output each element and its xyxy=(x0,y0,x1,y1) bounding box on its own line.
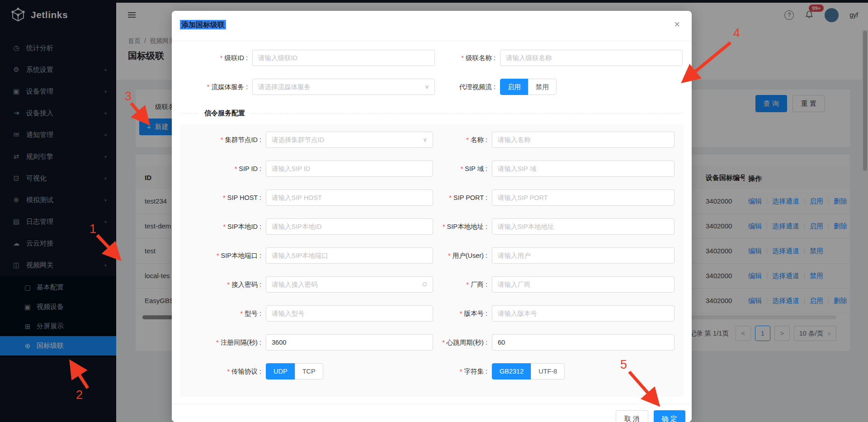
form-row: 级联ID请输入级联ID级联名称请输入级联名称 xyxy=(180,50,684,66)
field-placeholder: 请输入级联ID xyxy=(258,54,297,62)
field-placeholder: 请输入版本号 xyxy=(498,310,537,317)
input-field[interactable]: 请输入SIP本地ID xyxy=(266,218,433,235)
field-label: 代理视频流 xyxy=(439,79,495,95)
field-label: SIP PORT xyxy=(438,190,487,206)
form-row: 接入密码请输入接入密码∅厂商请输入厂商 xyxy=(180,276,684,293)
field-placeholder: 请选择集群节点ID xyxy=(272,136,324,143)
field-label: 流媒体服务 xyxy=(180,79,248,95)
cancel-button[interactable]: 取 消 xyxy=(616,410,648,422)
input-field[interactable]: 请输入接入密码∅ xyxy=(266,276,433,293)
field-placeholder: 请输入型号 xyxy=(272,310,305,317)
radio-option[interactable]: UTF-8 xyxy=(531,363,565,379)
radio-group[interactable]: GB2312UTF-8 xyxy=(492,363,675,379)
field-label: SIP本地ID xyxy=(180,218,261,235)
field-label: 字符集 xyxy=(438,363,487,379)
form-row: SIP本地端口请输入SIP本地端口用户(User)请输入用户 xyxy=(180,247,684,264)
input-field[interactable]: 请输入用户 xyxy=(492,247,675,264)
chevron-down-icon: ∨ xyxy=(423,132,427,147)
radio-option[interactable]: GB2312 xyxy=(492,363,531,379)
field-label: 用户(User) xyxy=(438,247,487,264)
select-field[interactable]: 请选择流媒体服务∨ xyxy=(252,79,435,95)
field-label: 名称 xyxy=(438,132,487,148)
field-label: 型号 xyxy=(180,305,261,322)
modal-header: 添加国标级联 × xyxy=(172,11,692,41)
field-value: 60 xyxy=(498,339,505,346)
field-label: SIP HOST xyxy=(180,190,261,206)
input-field[interactable]: 60 xyxy=(492,334,675,351)
modal-footer: 取 消 确 定 xyxy=(172,404,692,422)
input-field[interactable]: 请输入SIP HOST xyxy=(266,190,433,206)
field-label: SIP本地端口 xyxy=(180,247,261,264)
radio-option[interactable]: 禁用 xyxy=(528,79,557,95)
input-field[interactable]: 请输入SIP ID xyxy=(266,161,433,177)
field-placeholder: 请输入用户 xyxy=(498,252,531,259)
modal-title: 添加国标级联 xyxy=(180,20,226,30)
radio-group[interactable]: UDPTCP xyxy=(266,363,433,379)
field-label: 级联ID xyxy=(180,50,248,66)
field-placeholder: 请选择流媒体服务 xyxy=(258,83,311,90)
field-label: 注册间隔(秒) xyxy=(180,334,261,351)
field-label: 心跳周期(秒) xyxy=(438,334,487,351)
eye-invisible-icon[interactable]: ∅ xyxy=(422,277,427,292)
form-row: SIP ID请输入SIP IDSIP 域请输入SIP 域 xyxy=(180,161,684,177)
input-field[interactable]: 请输入版本号 xyxy=(492,305,675,322)
field-label: 集群节点ID xyxy=(180,132,261,148)
field-placeholder: 请输入名称 xyxy=(498,136,531,143)
input-field[interactable]: 请输入SIP PORT xyxy=(492,190,675,206)
form-row: SIP HOST请输入SIP HOSTSIP PORT请输入SIP PORT xyxy=(180,190,684,206)
field-placeholder: 请输入SIP PORT xyxy=(498,194,548,201)
form-row: 集群节点ID请选择集群节点ID∨名称请输入名称 xyxy=(180,132,684,148)
signaling-config-panel: 集群节点ID请选择集群节点ID∨名称请输入名称SIP ID请输入SIP IDSI… xyxy=(180,124,684,397)
select-field[interactable]: 请选择集群节点ID∨ xyxy=(266,132,433,148)
radio-option[interactable]: UDP xyxy=(266,363,295,379)
field-placeholder: 请输入SIP HOST xyxy=(272,194,322,201)
input-field[interactable]: 请输入级联ID xyxy=(252,50,435,66)
field-placeholder: 请输入SIP ID xyxy=(272,165,310,172)
input-field[interactable]: 3600 xyxy=(266,334,433,351)
field-label: 接入密码 xyxy=(180,276,261,293)
input-field[interactable]: 请输入名称 xyxy=(492,132,675,148)
field-placeholder: 请输入SIP 域 xyxy=(498,165,536,172)
field-label: 版本号 xyxy=(438,305,487,322)
field-placeholder: 请输入SIP本地ID xyxy=(272,223,321,230)
close-icon[interactable]: × xyxy=(674,19,680,30)
field-label: 级联名称 xyxy=(439,50,495,66)
form-row: 注册间隔(秒)3600心跳周期(秒)60 xyxy=(180,334,684,351)
confirm-button[interactable]: 确 定 xyxy=(654,410,685,422)
section-divider: 信令服务配置 xyxy=(180,108,684,119)
field-placeholder: 请输入SIP本地端口 xyxy=(272,252,328,259)
field-label: 厂商 xyxy=(438,276,487,293)
input-field[interactable]: 请输入SIP 域 xyxy=(492,161,675,177)
field-placeholder: 请输入接入密码 xyxy=(272,281,318,288)
input-field[interactable]: 请输入厂商 xyxy=(492,276,675,293)
field-placeholder: 请输入级联名称 xyxy=(506,54,552,62)
modal-top-rows: 级联ID请输入级联ID级联名称请输入级联名称流媒体服务请选择流媒体服务∨代理视频… xyxy=(180,50,684,95)
form-row: 传输协议UDPTCP字符集GB2312UTF-8 xyxy=(180,363,684,379)
form-row: 型号请输入型号版本号请输入版本号 xyxy=(180,305,684,322)
input-field[interactable]: 请输入级联名称 xyxy=(500,50,683,66)
field-label: SIP 域 xyxy=(438,161,487,177)
field-label: 传输协议 xyxy=(180,363,261,379)
app-root: Jetlinks ◷统计分析⚙系统设置∨▣设备管理∨⇥设备接入∨✉通知管理∨⇄规… xyxy=(0,0,868,422)
radio-option[interactable]: 启用 xyxy=(500,79,528,95)
input-field[interactable]: 请输入型号 xyxy=(266,305,433,322)
form-row: 流媒体服务请选择流媒体服务∨代理视频流启用禁用 xyxy=(180,79,684,95)
field-placeholder: 请输入SIP本地地址 xyxy=(498,223,554,230)
form-row: SIP本地ID请输入SIP本地IDSIP本地地址请输入SIP本地地址 xyxy=(180,218,684,235)
field-value: 3600 xyxy=(272,339,286,346)
field-label: SIP本地地址 xyxy=(438,218,487,235)
chevron-down-icon: ∨ xyxy=(425,79,429,95)
radio-option[interactable]: TCP xyxy=(295,363,323,379)
section-title: 信令服务配置 xyxy=(199,109,250,118)
input-field[interactable]: 请输入SIP本地端口 xyxy=(266,247,433,264)
field-label: SIP ID xyxy=(180,161,261,177)
radio-group[interactable]: 启用禁用 xyxy=(500,79,683,95)
add-cascade-modal: 添加国标级联 × 级联ID请输入级联ID级联名称请输入级联名称流媒体服务请选择流… xyxy=(172,11,692,422)
modal-body: 级联ID请输入级联ID级联名称请输入级联名称流媒体服务请选择流媒体服务∨代理视频… xyxy=(172,41,692,397)
input-field[interactable]: 请输入SIP本地地址 xyxy=(492,218,675,235)
field-placeholder: 请输入厂商 xyxy=(498,281,531,288)
